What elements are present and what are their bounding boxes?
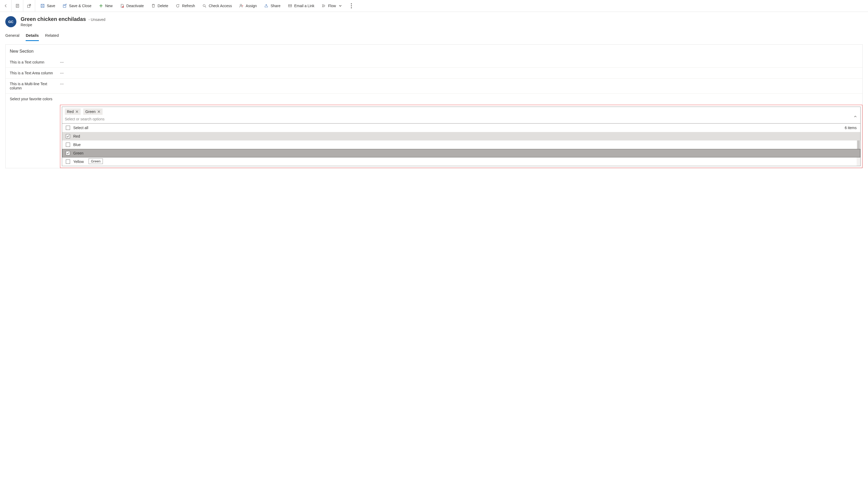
option-label: Green: [73, 151, 84, 155]
section-title: New Section: [5, 49, 863, 57]
save-icon: [40, 4, 45, 8]
option-blue[interactable]: Blue: [62, 141, 860, 149]
checkbox-unchecked-icon: [66, 159, 70, 164]
chip-label: Red: [67, 110, 74, 114]
save-close-icon: [63, 4, 67, 8]
svg-point-6: [240, 4, 242, 6]
chip-green: Green: [83, 109, 102, 115]
overflow-button[interactable]: [347, 1, 356, 10]
avatar: GC: [5, 16, 17, 27]
field-value-multiline[interactable]: ---: [60, 82, 858, 86]
assign-icon: [239, 4, 244, 8]
assign-button[interactable]: Assign: [236, 1, 260, 10]
deactivate-icon: [120, 4, 124, 8]
option-label: Yellow: [73, 159, 84, 164]
deactivate-label: Deactivate: [126, 4, 144, 8]
plus-icon: [99, 4, 103, 8]
tooltip: Green: [89, 158, 103, 164]
tab-details[interactable]: Details: [26, 31, 39, 41]
check-access-button[interactable]: Check Access: [199, 1, 235, 10]
item-count: 6 items: [845, 126, 857, 130]
chevron-down-icon: [338, 4, 342, 8]
select-all-option[interactable]: Select all: [66, 126, 88, 130]
more-vertical-icon: [348, 3, 354, 9]
save-label: Save: [47, 4, 55, 8]
option-label: Red: [73, 134, 80, 138]
save-close-label: Save & Close: [69, 4, 91, 8]
flow-label: Flow: [328, 4, 336, 8]
refresh-button[interactable]: Refresh: [173, 1, 198, 10]
multiselect-combobox[interactable]: RedGreen Select all 6 items: [62, 107, 861, 166]
email-link-button[interactable]: Email a Link: [285, 1, 317, 10]
tab-related[interactable]: Related: [45, 31, 59, 41]
field-label-favcolors: Select your favorite colors: [10, 97, 60, 101]
deactivate-button[interactable]: Deactivate: [117, 1, 147, 10]
avatar-initials: GC: [8, 20, 13, 24]
svg-point-9: [351, 5, 352, 6]
checkbox-unchecked-icon: [66, 126, 70, 130]
delete-label: Delete: [158, 4, 168, 8]
checkbox-unchecked-icon: [66, 143, 70, 147]
svg-rect-2: [41, 4, 44, 7]
back-button[interactable]: [0, 0, 12, 12]
chip-remove-icon[interactable]: [97, 110, 100, 113]
checkbox-checked-icon: [66, 151, 70, 155]
save-close-button[interactable]: Save & Close: [60, 1, 95, 10]
svg-rect-3: [63, 5, 66, 7]
arrow-left-icon: [4, 4, 8, 8]
multiselect-search-input[interactable]: [65, 116, 858, 122]
field-value-text[interactable]: ---: [60, 60, 858, 64]
popout-icon: [27, 4, 31, 8]
flow-icon: [322, 4, 326, 8]
chip-remove-icon[interactable]: [75, 110, 79, 113]
chip-red: Red: [65, 109, 81, 115]
check-access-label: Check Access: [209, 4, 232, 8]
page-title: Green chicken enchiladas: [21, 16, 86, 22]
field-label-multiline: This is a Multi-line Text column: [10, 82, 60, 90]
new-button[interactable]: New: [96, 1, 116, 10]
field-label-textarea: This is a Text Area column: [10, 71, 60, 75]
task-pane-button[interactable]: [12, 0, 23, 12]
assign-label: Assign: [246, 4, 257, 8]
refresh-label: Refresh: [182, 4, 195, 8]
tab-general[interactable]: General: [5, 31, 19, 41]
chevron-up-icon[interactable]: [854, 115, 857, 119]
share-label: Share: [271, 4, 280, 8]
checkbox-checked-icon: [66, 134, 70, 138]
share-icon: [264, 4, 268, 8]
document-icon: [16, 4, 20, 8]
flow-button[interactable]: Flow: [319, 1, 346, 10]
option-yellow[interactable]: YellowGreen: [62, 157, 860, 166]
multiselect-highlight: RedGreen Select all 6 items: [60, 105, 863, 168]
new-label: New: [105, 4, 113, 8]
save-button[interactable]: Save: [37, 1, 58, 10]
refresh-icon: [176, 4, 180, 8]
trash-icon: [151, 4, 155, 8]
email-link-label: Email a Link: [294, 4, 314, 8]
svg-point-8: [351, 3, 352, 4]
option-green[interactable]: Green: [62, 149, 860, 157]
field-value-textarea[interactable]: ---: [60, 71, 858, 75]
share-button[interactable]: Share: [261, 1, 283, 10]
select-all-label: Select all: [73, 126, 88, 130]
email-icon: [288, 4, 292, 8]
record-type: Recipe: [21, 23, 105, 27]
delete-button[interactable]: Delete: [148, 1, 171, 10]
svg-point-5: [203, 4, 205, 7]
option-label: Blue: [73, 143, 81, 147]
saved-state: - Unsaved: [89, 18, 105, 22]
chip-label: Green: [85, 110, 96, 114]
field-label-text: This is a Text column: [10, 60, 60, 64]
check-access-icon: [202, 4, 207, 8]
option-red[interactable]: Red: [62, 132, 860, 141]
svg-point-10: [351, 7, 352, 8]
popout-button[interactable]: [23, 0, 35, 12]
